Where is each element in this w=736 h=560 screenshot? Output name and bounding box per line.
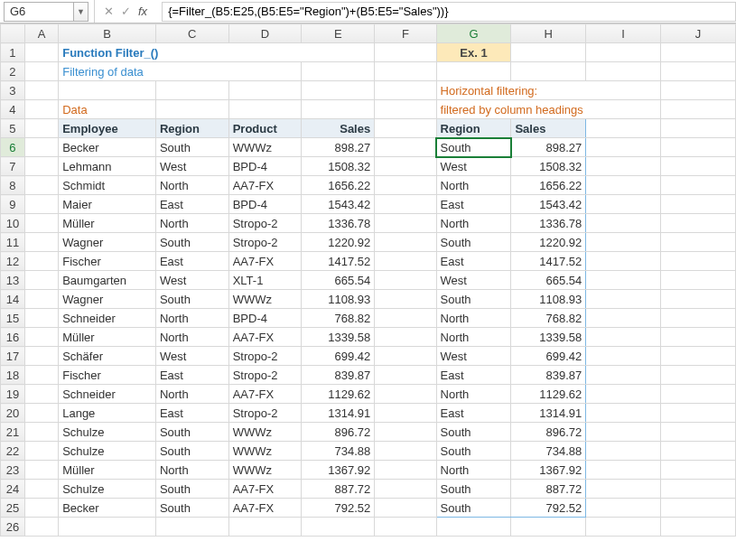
cell-I19[interactable] [586, 385, 661, 404]
cell-B18[interactable]: Fischer [59, 366, 156, 385]
cell-B3[interactable] [59, 81, 156, 100]
cell-F14[interactable] [375, 290, 436, 309]
row-header-24[interactable]: 24 [1, 480, 25, 499]
cell-H13[interactable]: 665.54 [511, 271, 586, 290]
cell-B9[interactable]: Maier [59, 195, 156, 214]
cell-H19[interactable]: 1129.62 [511, 385, 586, 404]
cell-H23[interactable]: 1367.92 [511, 461, 586, 480]
cell-B4[interactable]: Data [59, 100, 156, 119]
row-header-26[interactable]: 26 [1, 518, 25, 537]
col-header-C[interactable]: C [155, 24, 228, 43]
row-header-11[interactable]: 11 [1, 233, 25, 252]
cell-G26[interactable] [436, 518, 511, 537]
row-header-12[interactable]: 12 [1, 252, 25, 271]
cell-E22[interactable]: 734.88 [302, 442, 375, 461]
cell-E17[interactable]: 699.42 [302, 347, 375, 366]
cell-F17[interactable] [375, 347, 436, 366]
cell-D26[interactable] [228, 518, 302, 537]
cell-E9[interactable]: 1543.42 [302, 195, 375, 214]
cell-G4[interactable]: filtered by column headings [436, 100, 661, 119]
row-header-19[interactable]: 19 [1, 385, 25, 404]
cell-H18[interactable]: 839.87 [511, 366, 586, 385]
cell-B26[interactable] [59, 518, 156, 537]
col-header-I[interactable]: I [586, 24, 661, 43]
cell-B8[interactable]: Schmidt [59, 176, 156, 195]
cell-I2[interactable] [586, 62, 661, 81]
cell-J22[interactable] [661, 442, 736, 461]
row-header-16[interactable]: 16 [1, 328, 25, 347]
row-header-20[interactable]: 20 [1, 404, 25, 423]
row-header-9[interactable]: 9 [1, 195, 25, 214]
cell-D24[interactable]: AA7-FX [228, 480, 302, 499]
cell-B19[interactable]: Schneider [59, 385, 156, 404]
cell-B6[interactable]: Becker [59, 138, 156, 157]
cell-A24[interactable] [24, 480, 58, 499]
cell-H20[interactable]: 1314.91 [511, 404, 586, 423]
cell-J14[interactable] [661, 290, 736, 309]
row-header-23[interactable]: 23 [1, 461, 25, 480]
cell-F21[interactable] [375, 423, 436, 442]
cell-A2[interactable] [24, 62, 58, 81]
row-header-8[interactable]: 8 [1, 176, 25, 195]
cell-I15[interactable] [586, 309, 661, 328]
cell-H11[interactable]: 1220.92 [511, 233, 586, 252]
cell-B1[interactable]: Function Filter_() [59, 43, 375, 62]
cell-A25[interactable] [24, 499, 58, 518]
cell-D9[interactable]: BPD-4 [228, 195, 302, 214]
cell-G10[interactable]: North [436, 214, 511, 233]
cell-C13[interactable]: West [155, 271, 228, 290]
cell-J11[interactable] [661, 233, 736, 252]
cell-F12[interactable] [375, 252, 436, 271]
cell-G23[interactable]: North [436, 461, 511, 480]
row-header-10[interactable]: 10 [1, 214, 25, 233]
cell-F3[interactable] [375, 81, 436, 100]
cell-A21[interactable] [24, 423, 58, 442]
cell-H9[interactable]: 1543.42 [511, 195, 586, 214]
cell-J16[interactable] [661, 328, 736, 347]
cell-D19[interactable]: AA7-FX [228, 385, 302, 404]
col-header-G[interactable]: G [436, 24, 511, 43]
cell-D7[interactable]: BPD-4 [228, 157, 302, 176]
cell-A17[interactable] [24, 347, 58, 366]
cell-C9[interactable]: East [155, 195, 228, 214]
cell-I21[interactable] [586, 423, 661, 442]
cell-H15[interactable]: 768.82 [511, 309, 586, 328]
cell-A13[interactable] [24, 271, 58, 290]
cell-B12[interactable]: Fischer [59, 252, 156, 271]
cell-C6[interactable]: South [155, 138, 228, 157]
cell-G1[interactable]: Ex. 1 [436, 43, 511, 62]
cell-G2[interactable] [436, 62, 511, 81]
cell-H2[interactable] [511, 62, 586, 81]
cell-I20[interactable] [586, 404, 661, 423]
cell-G21[interactable]: South [436, 423, 511, 442]
cell-H12[interactable]: 1417.52 [511, 252, 586, 271]
cell-F9[interactable] [375, 195, 436, 214]
cell-C19[interactable]: North [155, 385, 228, 404]
cell-C23[interactable]: North [155, 461, 228, 480]
cell-G18[interactable]: East [436, 366, 511, 385]
cell-E15[interactable]: 768.82 [302, 309, 375, 328]
cell-G19[interactable]: North [436, 385, 511, 404]
cell-D23[interactable]: WWWz [228, 461, 302, 480]
cell-A22[interactable] [24, 442, 58, 461]
row-header-22[interactable]: 22 [1, 442, 25, 461]
cell-F10[interactable] [375, 214, 436, 233]
cell-C25[interactable]: South [155, 499, 228, 518]
cell-E12[interactable]: 1417.52 [302, 252, 375, 271]
cell-C7[interactable]: West [155, 157, 228, 176]
cell-E20[interactable]: 1314.91 [302, 404, 375, 423]
cell-J21[interactable] [661, 423, 736, 442]
row-header-6[interactable]: 6 [1, 138, 25, 157]
cell-F18[interactable] [375, 366, 436, 385]
cell-B20[interactable]: Lange [59, 404, 156, 423]
cell-G25[interactable]: South [436, 499, 511, 518]
cell-J9[interactable] [661, 195, 736, 214]
spreadsheet-grid[interactable]: ABCDEFGHIJ1Function Filter_()Ex. 12Filte… [0, 23, 736, 537]
cell-G22[interactable]: South [436, 442, 511, 461]
cell-G17[interactable]: West [436, 347, 511, 366]
cell-I17[interactable] [586, 347, 661, 366]
cell-I7[interactable] [586, 157, 661, 176]
cell-J2[interactable] [661, 62, 736, 81]
cell-A3[interactable] [24, 81, 58, 100]
cell-D14[interactable]: WWWz [228, 290, 302, 309]
